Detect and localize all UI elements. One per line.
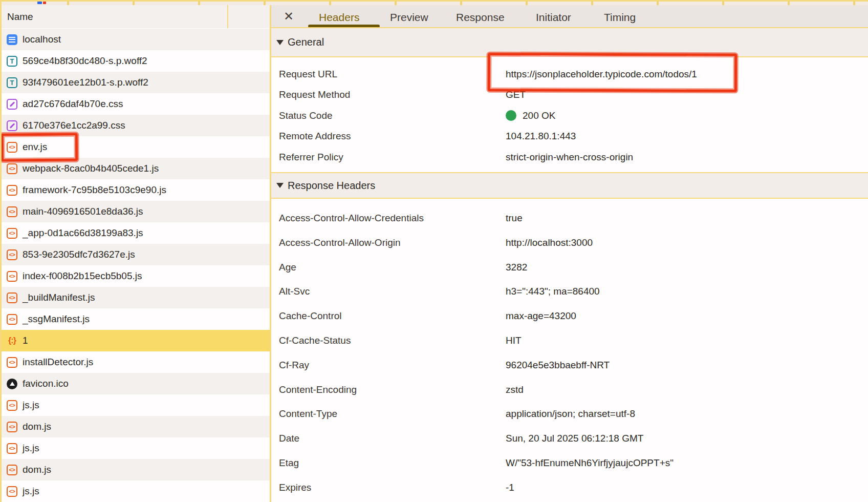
header-label: Age — [279, 255, 296, 280]
json-file-icon: {:} — [7, 336, 17, 346]
header-value: W/"53-hfEnumeNh6YirfjyjaujcOPPT+s" — [506, 451, 674, 475]
header-value: 104.21.80.1:443 — [506, 126, 576, 147]
request-name: _buildManifest.js — [23, 292, 95, 303]
response-row-cf-ray: Cf-Ray96204e5e3bbaebff-NRT — [271, 353, 868, 378]
request-list: localhostT569ce4b8f30dc480-s.p.woff2T93f… — [0, 29, 270, 502]
header-label: Access-Control-Allow-Origin — [279, 231, 401, 255]
request-name: localhost — [23, 34, 61, 45]
request-row-dom.js[interactable]: <>dom.js — [0, 459, 270, 480]
request-name: _app-0d1ac66d38199a83.js — [23, 227, 143, 239]
header-label: Access-Control-Allow-Credentials — [279, 206, 424, 231]
js-file-icon: <> — [7, 357, 17, 368]
request-row-dom.js[interactable]: <>dom.js — [0, 416, 270, 437]
request-row-js.js[interactable]: <>js.js — [0, 480, 270, 502]
header-label: Expires — [279, 475, 311, 500]
js-file-icon: <> — [7, 443, 17, 454]
request-name: 569ce4b8f30dc480-s.p.woff2 — [23, 55, 147, 67]
request-row-853-9e2305dfc7d3627e.js[interactable]: <>853-9e2305dfc7d3627e.js — [0, 244, 270, 265]
header-value: http://localhost:3000 — [506, 231, 593, 255]
close-icon[interactable]: ✕ — [284, 9, 294, 24]
response-row-expires: Expires-1 — [271, 475, 868, 500]
request-row-js.js[interactable]: <>js.js — [0, 394, 270, 416]
response-headers-border — [271, 198, 868, 199]
header-label: Cf-Ray — [279, 353, 309, 378]
request-row-569ce4b8f30dc480-s.p.woff2[interactable]: T569ce4b8f30dc480-s.p.woff2 — [0, 50, 270, 72]
font-file-icon: T — [7, 56, 17, 67]
request-row-_app-0d1ac66d38199a83.js[interactable]: <>_app-0d1ac66d38199a83.js — [0, 222, 270, 244]
request-row-js.js[interactable]: <>js.js — [0, 437, 270, 459]
request-name: main-4096916501e8da36.js — [23, 206, 143, 217]
response-row-cf-cache-status: Cf-Cache-StatusHIT — [271, 328, 868, 353]
request-row-localhost[interactable]: localhost — [0, 29, 270, 50]
request-name: 93f479601ee12b01-s.p.woff2 — [23, 77, 148, 88]
header-value: Sun, 20 Jul 2025 06:12:18 GMT — [506, 426, 643, 451]
general-section-title: General — [288, 36, 324, 48]
general-section-header[interactable]: General — [271, 28, 868, 56]
request-name: js.js — [23, 400, 39, 411]
request-row-framework-7c95b8e5103c9e90.js[interactable]: <>framework-7c95b8e5103c9e90.js — [0, 179, 270, 201]
request-row-main-4096916501e8da36.js[interactable]: <>main-4096916501e8da36.js — [0, 201, 270, 222]
header-value: 200 OK — [506, 105, 555, 126]
response-row-alt-svc: Alt-Svch3=":443"; ma=86400 — [271, 279, 868, 304]
tab-preview[interactable]: Preview — [390, 5, 428, 28]
js-file-icon: <> — [7, 228, 17, 239]
toolbar-red-icon — [43, 2, 46, 4]
general-row-request-url: Request URLhttps://jsonplaceholder.typic… — [271, 64, 868, 85]
response-row-date: DateSun, 20 Jul 2025 06:12:18 GMT — [271, 426, 868, 451]
response-row-content-type: Content-Typeapplication/json; charset=ut… — [271, 402, 868, 426]
js-file-icon: <> — [7, 271, 17, 282]
header-label: Request URL — [279, 64, 337, 85]
tab-headers[interactable]: Headers — [319, 5, 359, 28]
request-row-_buildManifest.js[interactable]: <>_buildManifest.js — [0, 287, 270, 308]
request-row-93f479601ee12b01-s.p.woff2[interactable]: T93f479601ee12b01-s.p.woff2 — [0, 72, 270, 93]
response-row-content-encoding: Content-Encodingzstd — [271, 378, 868, 402]
header-value: application/json; charset=utf-8 — [506, 402, 635, 426]
response-headers-section-header[interactable]: Response Headers — [271, 173, 868, 198]
cropped-toolbar-strip — [0, 0, 868, 5]
general-row-remote-address: Remote Address104.21.80.1:443 — [271, 126, 868, 147]
header-label: Date — [279, 426, 299, 451]
tab-timing[interactable]: Timing — [604, 5, 636, 28]
request-name: js.js — [23, 486, 39, 497]
header-label: Etag — [279, 451, 299, 475]
header-label: Remote Address — [279, 126, 351, 147]
header-value: true — [506, 206, 523, 231]
js-file-icon: <> — [7, 206, 17, 217]
header-label: Content-Encoding — [279, 378, 357, 402]
request-row-_ssgManifest.js[interactable]: <>_ssgManifest.js — [0, 308, 270, 330]
css-file-icon — [7, 120, 17, 131]
js-file-icon: <> — [7, 292, 17, 303]
request-name: dom.js — [23, 464, 51, 475]
request-name: framework-7c95b8e5103c9e90.js — [23, 184, 166, 196]
js-file-icon: <> — [7, 486, 17, 497]
request-name: js.js — [23, 443, 39, 454]
request-row-ad27c676daf4b70e.css[interactable]: ad27c676daf4b70e.css — [0, 93, 270, 115]
header-value: 96204e5e3bbaebff-NRT — [506, 353, 610, 378]
js-file-icon: <> — [7, 249, 17, 260]
request-name: installDetector.js — [23, 357, 93, 368]
header-value: h3=":443"; ma=86400 — [506, 279, 600, 304]
tab-initiator[interactable]: Initiator — [536, 5, 571, 28]
collapse-triangle-icon — [276, 183, 284, 188]
request-name: index-f008b2b15ecb5b05.js — [23, 270, 142, 282]
font-file-icon: T — [7, 77, 17, 88]
request-row-favicon.ico[interactable]: favicon.ico — [0, 373, 270, 394]
name-column-header[interactable]: Name — [0, 5, 270, 28]
js-file-icon: <> — [7, 163, 17, 174]
request-row-1[interactable]: {:}1 — [0, 330, 270, 351]
js-file-icon: <> — [7, 465, 17, 475]
network-request-panel: Name localhostT569ce4b8f30dc480-s.p.woff… — [0, 5, 270, 502]
header-label: Alt-Svc — [279, 279, 310, 304]
header-value: HIT — [506, 328, 522, 353]
js-file-icon: <> — [7, 314, 17, 325]
tab-response[interactable]: Response — [456, 5, 505, 28]
js-file-icon: <> — [7, 422, 17, 432]
request-name: _ssgManifest.js — [23, 313, 90, 325]
screenshot-left-border — [0, 0, 2, 502]
request-detail-panel: ✕ HeadersPreviewResponseInitiatorTiming … — [271, 5, 868, 502]
doc-file-icon — [7, 34, 17, 45]
name-column-label: Name — [7, 11, 33, 22]
request-row-index-f008b2b15ecb5b05.js[interactable]: <>index-f008b2b15ecb5b05.js — [0, 265, 270, 287]
request-row-installDetector.js[interactable]: <>installDetector.js — [0, 351, 270, 373]
header-value: https://jsonplaceholder.typicode.com/tod… — [506, 64, 697, 85]
